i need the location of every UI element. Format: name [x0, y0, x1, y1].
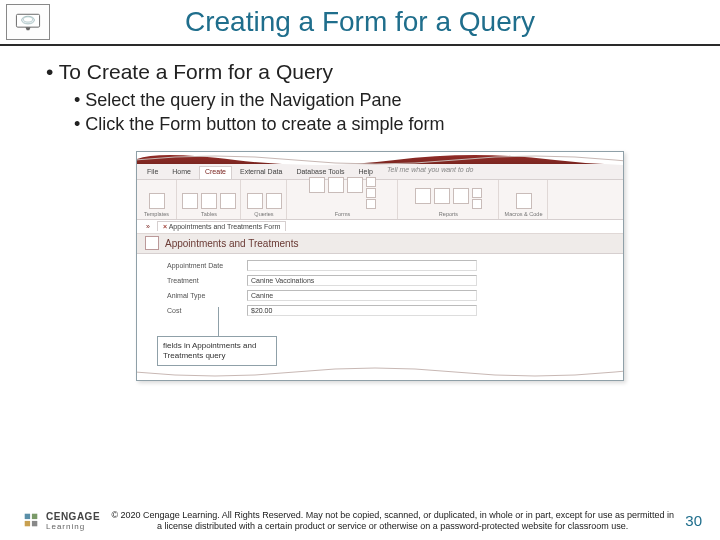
bullet-level2: • Select the query in the Navigation Pan…	[46, 88, 674, 112]
bullet-level2a-text: Select the query in the Navigation Pane	[85, 90, 401, 110]
animal-type-input[interactable]: Canine	[247, 290, 477, 301]
form-fields: Appointment Date Treatment Canine Vaccin…	[137, 254, 623, 326]
content-area: • To Create a Form for a Query • Select …	[0, 46, 720, 381]
cengage-logo-icon	[22, 511, 40, 531]
field-row: Appointment Date	[167, 260, 613, 271]
tab-create[interactable]: Create	[199, 166, 232, 179]
report-wizard-button[interactable]	[472, 188, 482, 198]
callout-box: fields in Appointments and Treatments qu…	[157, 336, 277, 365]
appointment-date-input[interactable]	[247, 260, 477, 271]
form-header-icon	[145, 236, 159, 250]
form-header-title: Appointments and Treatments	[165, 238, 298, 249]
cost-input[interactable]: $20.00	[247, 305, 477, 316]
bullet-level2b-text: Click the Form button to create a simple…	[85, 114, 444, 134]
group-label-reports: Reports	[439, 211, 458, 217]
embedded-screenshot: File Home Create External Data Database …	[136, 151, 624, 381]
ribbon: Templates Tables Queries	[137, 180, 623, 220]
field-label: Animal Type	[167, 292, 247, 299]
form-button[interactable]	[309, 177, 325, 193]
treatment-input[interactable]: Canine Vaccinations	[247, 275, 477, 286]
document-tab-bar: » × Appointments and Treatments Form	[137, 220, 623, 234]
field-row: Treatment Canine Vaccinations	[167, 275, 613, 286]
tab-home[interactable]: Home	[166, 166, 197, 179]
logo-text-main: CENGAGE	[46, 511, 100, 522]
query-design-button[interactable]	[266, 193, 282, 209]
tab-file[interactable]: File	[141, 166, 164, 179]
field-row: Cost $20.00	[167, 305, 613, 316]
macro-button[interactable]	[516, 193, 532, 209]
logo-text-sub: Learning	[46, 522, 100, 531]
copyright-text: © 2020 Cengage Learning. All Rights Rese…	[100, 510, 685, 533]
form-wizard-button[interactable]	[366, 177, 376, 187]
nav-pane-toggle-icon[interactable]: »	[143, 223, 153, 230]
tab-external-data[interactable]: External Data	[234, 166, 288, 179]
ribbon-group-queries: Queries	[242, 180, 287, 219]
field-label: Treatment	[167, 277, 247, 284]
tell-me-search[interactable]: Tell me what you want to do	[381, 166, 474, 179]
group-label-templates: Templates	[144, 211, 169, 217]
navigation-button[interactable]	[366, 188, 376, 198]
group-label-tables: Tables	[201, 211, 217, 217]
group-label-queries: Queries	[254, 211, 273, 217]
group-label-macros: Macros & Code	[505, 211, 543, 217]
report-design-button[interactable]	[434, 188, 450, 204]
ribbon-group-tables: Tables	[178, 180, 241, 219]
field-row: Animal Type Canine	[167, 290, 613, 301]
document-tab[interactable]: × Appointments and Treatments Form	[157, 221, 286, 231]
close-doc-icon[interactable]: ×	[163, 223, 167, 230]
page-number: 30	[685, 512, 702, 529]
ribbon-group-templates: Templates	[137, 180, 177, 219]
ribbon-group-forms: Forms	[288, 180, 398, 219]
application-parts-button[interactable]	[149, 193, 165, 209]
ribbon-tabs: File Home Create External Data Database …	[137, 164, 623, 180]
group-label-forms: Forms	[335, 211, 351, 217]
page-title: Creating a Form for a Query	[0, 0, 720, 38]
blank-form-button[interactable]	[347, 177, 363, 193]
table-button[interactable]	[182, 193, 198, 209]
projector-icon	[6, 4, 50, 40]
report-button[interactable]	[415, 188, 431, 204]
cengage-logo: CENGAGE Learning	[22, 511, 100, 531]
bullet-level2: • Click the Form button to create a simp…	[46, 112, 674, 136]
sharepoint-lists-button[interactable]	[220, 193, 236, 209]
document-tab-label: Appointments and Treatments Form	[169, 223, 281, 230]
ribbon-group-reports: Reports	[399, 180, 499, 219]
access-titlebar	[137, 152, 623, 164]
svg-point-2	[24, 17, 33, 22]
field-label: Cost	[167, 307, 247, 314]
table-design-button[interactable]	[201, 193, 217, 209]
query-wizard-button[interactable]	[247, 193, 263, 209]
form-design-button[interactable]	[328, 177, 344, 193]
labels-button[interactable]	[472, 199, 482, 209]
ribbon-group-macros: Macros & Code	[500, 180, 548, 219]
more-forms-button[interactable]	[366, 199, 376, 209]
bullet-level1-text: To Create a Form for a Query	[59, 60, 333, 83]
blank-report-button[interactable]	[453, 188, 469, 204]
form-header: Appointments and Treatments	[137, 234, 623, 254]
field-label: Appointment Date	[167, 262, 247, 269]
footer: CENGAGE Learning © 2020 Cengage Learning…	[0, 510, 720, 533]
bullet-level1: • To Create a Form for a Query	[46, 60, 674, 84]
